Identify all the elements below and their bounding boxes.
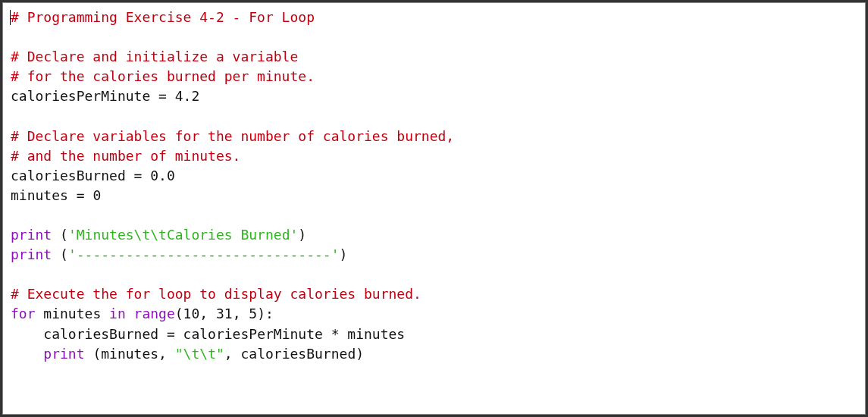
operator: = xyxy=(68,187,93,203)
string: 'Minutes\t\tCalories Burned' xyxy=(68,227,298,243)
space xyxy=(36,306,44,321)
comment: # and the number of minutes. xyxy=(11,148,240,164)
call-args: (10, 31, 5): xyxy=(175,306,274,321)
code-line-blank xyxy=(11,205,857,225)
identifier: minutes xyxy=(43,306,101,321)
code-line-blank xyxy=(11,106,857,126)
keyword-for: for xyxy=(11,306,36,321)
text-cursor xyxy=(10,10,11,25)
comment: # Declare variables for the number of ca… xyxy=(11,128,454,144)
indent xyxy=(11,326,43,342)
paren: ( xyxy=(60,246,68,262)
code-line-15: # Execute the for loop to display calori… xyxy=(11,284,857,304)
indent xyxy=(11,346,43,362)
comment: # Declare and initialize a variable xyxy=(11,49,298,64)
code-line-5: caloriesPerMinute = 4.2 xyxy=(11,86,857,106)
identifier: caloriesBurned xyxy=(241,346,356,362)
code-line-blank xyxy=(11,265,857,284)
code-line-4: # for the calories burned per minute. xyxy=(11,67,857,86)
comma: , xyxy=(158,346,175,362)
operator: = xyxy=(158,326,183,342)
code-line-13: print ('-------------------------------'… xyxy=(11,245,857,265)
number: 4.2 xyxy=(175,88,200,104)
operator: = xyxy=(126,168,151,183)
space xyxy=(52,227,60,243)
builtin-range: range xyxy=(134,306,175,321)
space xyxy=(126,306,134,321)
builtin-print: print xyxy=(43,346,84,362)
paren: ( xyxy=(92,346,101,362)
code-line-3: # Declare and initialize a variable xyxy=(11,47,857,67)
identifier: caloriesBurned xyxy=(11,168,126,183)
builtin-print: print xyxy=(11,246,52,262)
code-line-8: # and the number of minutes. xyxy=(11,146,857,166)
comment: # for the calories burned per minute. xyxy=(11,68,315,84)
paren: ) xyxy=(356,346,364,362)
code-line-7: # Declare variables for the number of ca… xyxy=(11,127,857,146)
code-line-12: print ('Minutes\t\tCalories Burned') xyxy=(11,225,857,245)
identifier: caloriesPerMinute xyxy=(183,326,323,342)
code-line-16: for minutes in range(10, 31, 5): xyxy=(11,304,857,324)
string: "\t\t" xyxy=(175,346,224,362)
space xyxy=(52,246,60,262)
code-line-blank xyxy=(11,27,857,47)
identifier: minutes xyxy=(347,326,405,342)
identifier: caloriesPerMinute xyxy=(11,88,150,104)
operator: = xyxy=(150,88,175,104)
code-line-9: caloriesBurned = 0.0 xyxy=(11,166,857,186)
keyword-in: in xyxy=(109,306,126,321)
number: 0.0 xyxy=(150,168,175,183)
comment: # Execute the for loop to display calori… xyxy=(11,286,421,302)
code-line-1: # Programming Exercise 4-2 - For Loop xyxy=(11,8,857,27)
code-editor[interactable]: # Programming Exercise 4-2 - For Loop # … xyxy=(2,2,866,415)
string: '-------------------------------' xyxy=(68,246,340,262)
code-line-10: minutes = 0 xyxy=(11,186,857,205)
space xyxy=(101,306,109,321)
code-line-18: print (minutes, "\t\t", caloriesBurned) xyxy=(11,344,857,364)
code-line-17: caloriesBurned = caloriesPerMinute * min… xyxy=(11,325,857,344)
number: 0 xyxy=(92,187,101,203)
identifier: minutes xyxy=(11,187,68,203)
operator: * xyxy=(323,326,348,342)
identifier: minutes xyxy=(101,346,158,362)
identifier: caloriesBurned xyxy=(43,326,158,342)
comma: , xyxy=(224,346,241,362)
comment: # Programming Exercise 4-2 - For Loop xyxy=(11,9,315,25)
space xyxy=(85,346,93,362)
paren: ) xyxy=(298,227,306,243)
paren: ( xyxy=(60,227,68,243)
builtin-print: print xyxy=(11,227,52,243)
paren: ) xyxy=(340,246,348,262)
